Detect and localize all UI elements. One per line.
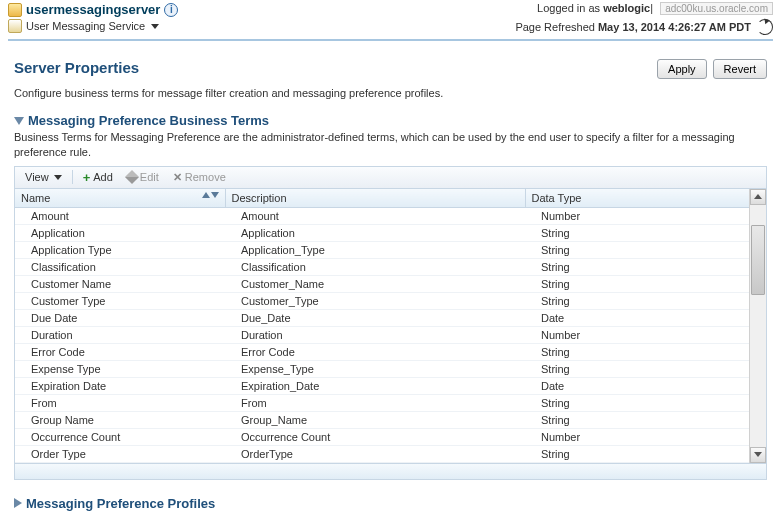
table-cell: Due Date <box>15 309 225 326</box>
table-cell: String <box>525 275 749 292</box>
table-cell: OrderType <box>225 445 525 462</box>
page-target-title: usermessagingserver <box>26 2 160 17</box>
table-row[interactable]: Occurrence CountOccurrence CountNumber <box>15 428 749 445</box>
scroll-thumb[interactable] <box>751 225 765 295</box>
logged-in-prefix: Logged in as <box>537 2 603 14</box>
table-row[interactable]: Customer TypeCustomer_TypeString <box>15 292 749 309</box>
table-cell: String <box>525 258 749 275</box>
column-header-description[interactable]: Description <box>225 189 525 208</box>
col-type-label: Data Type <box>532 192 582 204</box>
sort-arrows[interactable] <box>202 192 219 198</box>
vertical-scrollbar[interactable] <box>749 189 766 463</box>
table-row[interactable]: AmountAmountNumber <box>15 207 749 224</box>
col-desc-label: Description <box>232 192 287 204</box>
chevron-down-icon <box>54 175 62 180</box>
edit-button: Edit <box>121 170 165 184</box>
table-cell: Customer_Type <box>225 292 525 309</box>
login-info: Logged in as weblogic| adc00ku.us.oracle… <box>515 2 773 15</box>
table-cell: Duration <box>225 326 525 343</box>
column-header-name[interactable]: Name <box>15 189 225 208</box>
host-name: adc00ku.us.oracle.com <box>660 2 773 15</box>
table-cell: String <box>525 445 749 462</box>
table-cell: String <box>525 292 749 309</box>
table-cell: Expense Type <box>15 360 225 377</box>
table-cell: Duration <box>15 326 225 343</box>
table-row[interactable]: Due DateDue_DateDate <box>15 309 749 326</box>
table-cell: Amount <box>225 207 525 224</box>
profiles-section-title: Messaging Preference Profiles <box>26 496 215 511</box>
table-cell: String <box>525 343 749 360</box>
table-cell: Expiration_Date <box>225 377 525 394</box>
table-cell: Customer_Name <box>225 275 525 292</box>
table-cell: Application Type <box>15 241 225 258</box>
scroll-down-button[interactable] <box>750 447 766 463</box>
remove-label: Remove <box>185 171 226 183</box>
terms-section-header[interactable]: Messaging Preference Business Terms <box>14 113 767 128</box>
table-cell: String <box>525 394 749 411</box>
table-row[interactable]: ApplicationApplicationString <box>15 224 749 241</box>
table-cell: Number <box>525 326 749 343</box>
table-cell: Due_Date <box>225 309 525 326</box>
column-header-datatype[interactable]: Data Type <box>525 189 749 208</box>
scroll-track[interactable] <box>750 205 766 447</box>
chevron-down-icon <box>151 24 159 29</box>
page-refreshed-label: Page Refreshed May 13, 2014 4:26:27 AM P… <box>515 21 751 33</box>
table-cell: Date <box>525 309 749 326</box>
page-title: Server Properties <box>14 59 139 76</box>
apply-button[interactable]: Apply <box>657 59 707 79</box>
table-cell: From <box>225 394 525 411</box>
table-row[interactable]: Group NameGroup_NameString <box>15 411 749 428</box>
table-row[interactable]: Application TypeApplication_TypeString <box>15 241 749 258</box>
refresh-icon[interactable] <box>757 19 773 35</box>
x-icon: ✕ <box>173 171 182 184</box>
table-footer-bar <box>15 463 766 479</box>
table-cell: String <box>525 411 749 428</box>
collapse-icon <box>14 117 24 125</box>
scroll-up-button[interactable] <box>750 189 766 205</box>
logged-in-user: weblogic <box>603 2 650 14</box>
profiles-section-header[interactable]: Messaging Preference Profiles <box>14 496 767 511</box>
table-cell: Occurrence Count <box>15 428 225 445</box>
terms-table: Name Description Data Type AmountAmountN… <box>15 189 749 463</box>
table-cell: Expiration Date <box>15 377 225 394</box>
table-row[interactable]: Customer NameCustomer_NameString <box>15 275 749 292</box>
table-cell: Number <box>525 207 749 224</box>
table-row[interactable]: ClassificationClassificationString <box>15 258 749 275</box>
table-cell: String <box>525 241 749 258</box>
view-label: View <box>25 171 49 183</box>
view-menu[interactable]: View <box>19 170 68 184</box>
table-cell: Group_Name <box>225 411 525 428</box>
table-row[interactable]: DurationDurationNumber <box>15 326 749 343</box>
add-label: Add <box>93 171 113 183</box>
toolbar-separator <box>72 170 73 184</box>
edit-label: Edit <box>140 171 159 183</box>
table-cell: Customer Type <box>15 292 225 309</box>
add-button[interactable]: + Add <box>77 170 119 184</box>
table-row[interactable]: Expense TypeExpense_TypeString <box>15 360 749 377</box>
context-menu-label: User Messaging Service <box>26 20 145 32</box>
table-row[interactable]: Expiration DateExpiration_DateDate <box>15 377 749 394</box>
table-cell: Application <box>225 224 525 241</box>
table-cell: String <box>525 360 749 377</box>
table-cell: Date <box>525 377 749 394</box>
expand-icon <box>14 498 22 508</box>
context-menu[interactable]: User Messaging Service <box>8 19 178 33</box>
service-icon <box>8 19 22 33</box>
col-name-label: Name <box>21 192 50 204</box>
table-cell: Customer Name <box>15 275 225 292</box>
remove-button: ✕ Remove <box>167 170 232 185</box>
info-icon[interactable]: i <box>164 3 178 17</box>
table-row[interactable]: Order TypeOrderTypeString <box>15 445 749 462</box>
table-cell: Amount <box>15 207 225 224</box>
table-cell: Application <box>15 224 225 241</box>
table-cell: Occurrence Count <box>225 428 525 445</box>
table-row[interactable]: FromFromString <box>15 394 749 411</box>
table-cell: Application_Type <box>225 241 525 258</box>
server-icon <box>8 3 22 17</box>
revert-button[interactable]: Revert <box>713 59 767 79</box>
table-row[interactable]: Error CodeError CodeString <box>15 343 749 360</box>
login-separator: | <box>650 2 656 14</box>
table-cell: Classification <box>15 258 225 275</box>
table-cell: Number <box>525 428 749 445</box>
table-cell: Error Code <box>15 343 225 360</box>
